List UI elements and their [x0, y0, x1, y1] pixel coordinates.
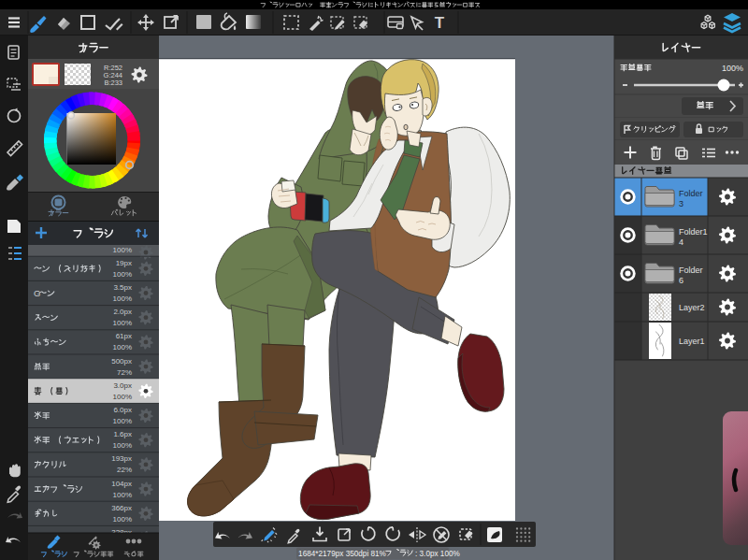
svg-text:T: T	[435, 14, 445, 32]
svg-text:100%: 100%	[113, 393, 132, 401]
svg-text:100%: 100%	[113, 441, 132, 450]
svg-text:Folder1: Folder1	[679, 227, 708, 237]
svg-text:3.5px: 3.5px	[113, 283, 132, 292]
svg-text:B:233: B:233	[104, 79, 122, 87]
svg-text:Layer2: Layer2	[679, 303, 705, 312]
svg-text:72%: 72%	[117, 368, 132, 377]
svg-text:6.0px: 6.0px	[113, 406, 132, 414]
svg-text:4: 4	[679, 237, 683, 247]
svg-text:193px: 193px	[111, 454, 132, 463]
svg-text:100%: 100%	[113, 246, 132, 254]
svg-text:104px: 104px	[111, 480, 132, 488]
svg-text:3.0px: 3.0px	[113, 381, 132, 390]
svg-text:100%: 100%	[113, 270, 132, 279]
svg-text:1.6px: 1.6px	[113, 430, 132, 438]
svg-text:19px: 19px	[116, 259, 132, 267]
svg-text:3: 3	[679, 199, 683, 208]
svg-text:1684*2179px 350dpi 81%: 1684*2179px 350dpi 81%	[298, 550, 386, 558]
svg-text:Folder: Folder	[679, 266, 703, 275]
svg-text:100%: 100%	[113, 417, 132, 425]
svg-text:100%: 100%	[113, 491, 132, 499]
svg-text:6: 6	[679, 276, 683, 285]
svg-text:100%: 100%	[722, 64, 743, 73]
svg-text:61px: 61px	[116, 332, 132, 340]
svg-text:100%: 100%	[113, 294, 132, 303]
svg-text:366px: 366px	[111, 504, 132, 512]
svg-text:500px: 500px	[111, 357, 132, 366]
svg-text:100%: 100%	[113, 515, 132, 524]
svg-text:Folder: Folder	[679, 189, 703, 198]
svg-text:100%: 100%	[113, 343, 132, 352]
svg-text:: 3.0px 100%: : 3.0px 100%	[415, 550, 460, 558]
svg-text:2.0px: 2.0px	[113, 308, 132, 316]
svg-text:22%: 22%	[117, 466, 132, 474]
svg-text:100%: 100%	[113, 319, 132, 327]
svg-text:Layer1: Layer1	[679, 337, 705, 346]
